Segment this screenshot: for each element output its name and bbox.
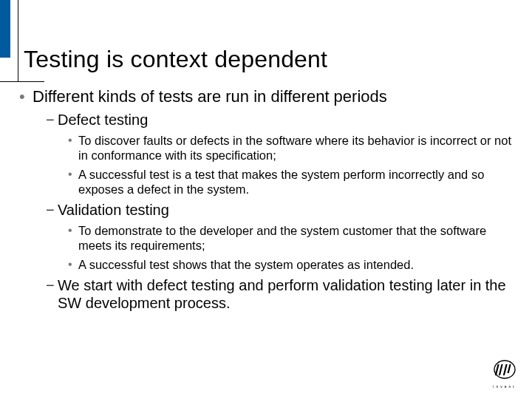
level3-text: To demonstrate to the developer and the … <box>78 223 513 253</box>
bullet-level2: − Validation testing <box>46 201 513 219</box>
level3-text: To discover faults or defects in the sof… <box>78 133 513 163</box>
accent-bar <box>0 0 10 58</box>
bullet-level3: • To demonstrate to the developer and th… <box>68 223 513 253</box>
hp-logo-tagline: invent <box>492 384 517 389</box>
bullet-level1: • Different kinds of tests are run in di… <box>19 87 513 106</box>
slide-body: • Different kinds of tests are run in di… <box>19 87 513 313</box>
dash-icon: − <box>46 201 58 219</box>
rule-vertical <box>18 0 18 81</box>
dash-icon: − <box>46 276 58 312</box>
bullet-dot-icon: • <box>68 223 78 253</box>
svg-rect-3 <box>503 364 508 375</box>
hp-logo: invent <box>492 360 517 389</box>
bullet-level2: − Defect testing <box>46 111 513 129</box>
level3-text: A successful test shows that the system … <box>78 257 414 272</box>
bullet-level2: − We start with defect testing and perfo… <box>46 276 513 312</box>
rule-horizontal <box>0 81 44 82</box>
level2-text: We start with defect testing and perform… <box>58 276 513 312</box>
bullet-level3: • A successful test shows that the syste… <box>68 257 513 272</box>
bullet-dot-icon: • <box>68 167 78 197</box>
svg-rect-4 <box>508 364 511 373</box>
level3-text: A successful test is a test that makes t… <box>78 167 513 197</box>
svg-rect-2 <box>499 364 503 375</box>
slide-title: Testing is context dependent <box>24 46 327 73</box>
hp-logo-icon <box>492 360 517 381</box>
bullet-level3: • A successful test is a test that makes… <box>68 167 513 197</box>
bullet-dot-icon: • <box>68 133 78 163</box>
level1-text: Different kinds of tests are run in diff… <box>33 87 387 106</box>
dash-icon: − <box>46 111 58 129</box>
slide: Testing is context dependent • Different… <box>0 0 532 399</box>
level2-text: Validation testing <box>58 201 169 219</box>
level2-text: Defect testing <box>58 111 148 129</box>
bullet-dot-icon: • <box>19 87 33 106</box>
bullet-level3: • To discover faults or defects in the s… <box>68 133 513 163</box>
bullet-dot-icon: • <box>68 257 78 272</box>
